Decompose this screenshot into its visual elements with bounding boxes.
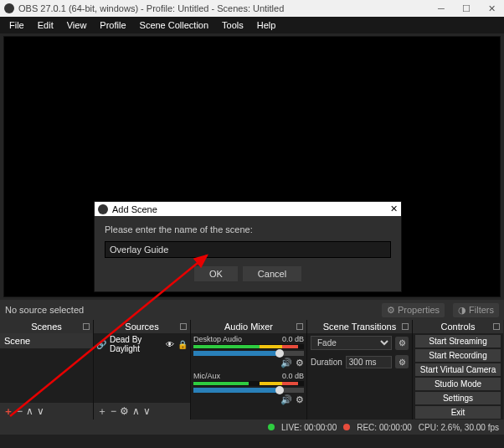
settings-button[interactable]: Settings [415, 392, 501, 404]
scene-up-button[interactable]: ∧ [26, 405, 33, 417]
selection-status: No source selected [5, 305, 84, 315]
start-recording-button[interactable]: Start Recording [415, 349, 501, 362]
dialog-titlebar: Add Scene ✕ [95, 202, 401, 216]
channel-db: 0.0 dB [282, 372, 304, 380]
menu-profile[interactable]: Profile [94, 18, 131, 32]
obs-logo-icon [4, 3, 14, 13]
add-source-button[interactable]: ＋ [97, 404, 107, 419]
source-up-button[interactable]: ∧ [132, 405, 140, 417]
volume-slider[interactable] [193, 388, 304, 393]
filter-icon: ◑ [458, 305, 466, 316]
start-streaming-button[interactable]: Start Streaming [415, 335, 501, 348]
transition-type-select[interactable]: Fade [311, 336, 392, 350]
titlebar: OBS 27.0.1 (64-bit, windows) - Profile: … [0, 0, 504, 17]
speaker-icon[interactable]: 🔊 [280, 358, 292, 368]
audio-mixer-dock: Audio Mixer Desktop Audio 0.0 dB 🔊 ⚙ [191, 320, 307, 420]
channel-gear-icon[interactable]: ⚙ [296, 358, 304, 368]
cancel-button[interactable]: Cancel [243, 266, 301, 281]
volume-meter [193, 344, 304, 349]
dialog-close-icon[interactable]: ✕ [390, 203, 398, 214]
mixer-channel-mic: Mic/Aux 0.0 dB 🔊 ⚙ [191, 370, 306, 407]
selection-bar: No source selected ⚙ Properties ◑ Filter… [0, 300, 504, 320]
visibility-icon[interactable]: 👁 [166, 340, 174, 349]
studio-mode-button[interactable]: Studio Mode [415, 378, 501, 390]
ok-button[interactable]: OK [194, 266, 238, 281]
obs-logo-icon [98, 204, 108, 214]
menu-tools[interactable]: Tools [216, 18, 249, 32]
open-filters-button[interactable]: ◑ Filters [453, 303, 499, 317]
menu-help[interactable]: Help [251, 18, 282, 32]
record-status-icon [343, 424, 350, 430]
channel-name: Desktop Audio [193, 335, 242, 343]
dialog-prompt: Please enter the name of the scene: [105, 224, 391, 234]
source-item[interactable]: 🔗 Dead By Daylight 👁 🔒 [94, 333, 190, 355]
rec-status: REC: 00:00:00 [357, 423, 412, 432]
channel-db: 0.0 dB [282, 335, 304, 343]
preview-area: Add Scene ✕ Please enter the name of the… [0, 33, 504, 300]
dialog-title: Add Scene [112, 204, 390, 214]
live-status: LIVE: 00:00:00 [281, 423, 337, 432]
add-scene-dialog: Add Scene ✕ Please enter the name of the… [94, 201, 402, 292]
transitions-header: Scene Transitions [307, 320, 412, 333]
speaker-icon[interactable]: 🔊 [280, 394, 292, 405]
cpu-status: CPU: 2.6%, 30.00 fps [419, 423, 499, 432]
channel-name: Mic/Aux [193, 372, 220, 380]
exit-button[interactable]: Exit [415, 406, 501, 419]
menu-edit[interactable]: Edit [32, 18, 59, 32]
sources-header: Sources [94, 320, 190, 333]
controls-dock: Controls Start Streaming Start Recording… [413, 320, 503, 420]
network-status-icon [268, 424, 275, 430]
remove-source-button[interactable]: − [111, 405, 116, 417]
docks-row: Scenes Scene ＋ − ∧ ∨ Sources 🔗 Dead By D… [0, 320, 504, 420]
open-properties-button[interactable]: ⚙ Properties [382, 303, 445, 317]
mixer-channel-desktop: Desktop Audio 0.0 dB 🔊 ⚙ [191, 333, 306, 370]
controls-header: Controls [413, 320, 503, 333]
window-title: OBS 27.0.1 (64-bit, windows) - Profile: … [18, 3, 429, 13]
sources-dock: Sources 🔗 Dead By Daylight 👁 🔒 ＋ − ⚙ ∧ ∨ [94, 320, 191, 420]
channel-gear-icon[interactable]: ⚙ [296, 394, 304, 405]
source-down-button[interactable]: ∨ [143, 405, 151, 417]
scenes-header: Scenes [0, 320, 93, 333]
volume-slider[interactable] [193, 351, 304, 356]
scene-down-button[interactable]: ∨ [37, 405, 44, 417]
close-button[interactable]: ✕ [479, 3, 504, 14]
scenes-dock: Scenes Scene ＋ − ∧ ∨ [0, 320, 94, 420]
source-properties-icon[interactable]: ⚙ [120, 405, 129, 417]
menu-file[interactable]: File [3, 18, 30, 32]
add-scene-button[interactable]: ＋ [3, 404, 13, 419]
scene-item[interactable]: Scene [0, 333, 93, 348]
volume-meter [193, 381, 304, 386]
start-virtual-camera-button[interactable]: Start Virtual Camera [415, 363, 501, 376]
duration-input[interactable] [346, 356, 392, 368]
gear-icon: ⚙ [387, 305, 395, 316]
duration-gear-icon[interactable]: ⚙ [395, 355, 409, 368]
scene-transitions-dock: Scene Transitions Fade ⚙ Duration ⚙ [307, 320, 413, 420]
link-icon: 🔗 [96, 340, 106, 349]
menu-view[interactable]: View [61, 18, 93, 32]
remove-scene-button[interactable]: − [17, 405, 23, 417]
menu-scene-collection[interactable]: Scene Collection [134, 18, 215, 32]
scene-name-input[interactable] [105, 241, 391, 258]
status-bar: LIVE: 00:00:00 REC: 00:00:00 CPU: 2.6%, … [0, 420, 504, 435]
transition-gear-icon[interactable]: ⚙ [395, 337, 409, 350]
menubar: File Edit View Profile Scene Collection … [0, 17, 504, 33]
minimize-button[interactable]: ─ [429, 3, 454, 13]
source-label: Dead By Daylight [110, 335, 162, 353]
mixer-header: Audio Mixer [191, 320, 306, 333]
duration-label: Duration [311, 358, 342, 367]
maximize-button[interactable]: ☐ [454, 3, 479, 14]
lock-icon[interactable]: 🔒 [177, 340, 188, 349]
